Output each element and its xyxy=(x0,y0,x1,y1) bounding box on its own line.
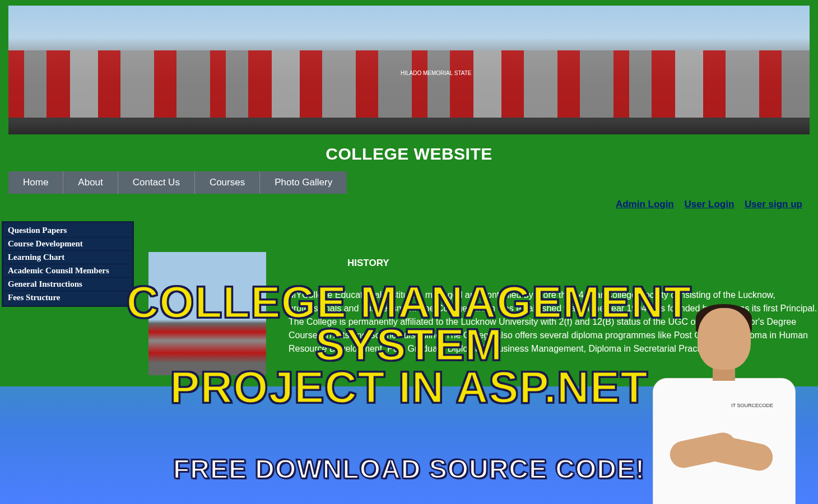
content-building-image xyxy=(148,252,266,375)
user-signup-link[interactable]: User sign up xyxy=(745,199,802,209)
nav-photo-gallery[interactable]: Photo Gallery xyxy=(260,171,347,194)
presenter-shirt-logo: IT SOURCECODE xyxy=(726,403,779,426)
sidebar-item-academic-council[interactable]: Academic Counsil Members xyxy=(4,264,131,278)
promo-subtitle: FREE DOWNLOAD SOURCE CODE! xyxy=(101,454,717,484)
sidebar-item-fees-structure[interactable]: Fees Structure xyxy=(4,291,131,304)
user-login-link[interactable]: User Login xyxy=(685,199,735,209)
presenter-head xyxy=(698,308,751,370)
nav-about[interactable]: About xyxy=(63,171,118,194)
sidebar-item-learning-chart[interactable]: Learning Chart xyxy=(4,251,131,264)
sidebar: Question Papers Course Development Learn… xyxy=(2,221,134,307)
auth-links: Admin Login User Login User sign up xyxy=(608,199,802,210)
nav-home[interactable]: Home xyxy=(8,171,63,194)
sidebar-item-course-development[interactable]: Course Development xyxy=(4,237,131,251)
nav-contact-us[interactable]: Contact Us xyxy=(118,171,195,194)
presenter-photo: IT SOURCECODE xyxy=(633,300,807,504)
site-title: COLLEGE WEBSITE xyxy=(0,134,818,171)
history-heading: HISTORY xyxy=(347,258,389,269)
hero-banner-image: HILADO MEMORIAL STATE xyxy=(8,6,810,134)
banner-building-label: HILADO MEMORIAL STATE xyxy=(401,70,472,77)
sidebar-item-question-papers[interactable]: Question Papers xyxy=(4,224,131,237)
admin-login-link[interactable]: Admin Login xyxy=(616,199,674,209)
nav-courses[interactable]: Courses xyxy=(195,171,260,194)
main-nav: Home About Contact Us Courses Photo Gall… xyxy=(8,171,818,194)
sidebar-item-general-instructions[interactable]: General Instructions xyxy=(4,278,131,291)
